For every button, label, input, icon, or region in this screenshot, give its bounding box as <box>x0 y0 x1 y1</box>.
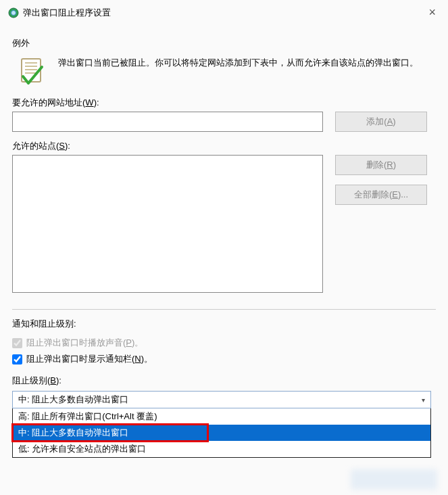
website-row: 添加(A) <box>12 112 436 132</box>
window-title: 弹出窗口阻止程序设置 <box>23 7 111 19</box>
side-buttons: 删除(R) 全部删除(E)... <box>335 155 427 205</box>
notify-bar-label: 阻止弹出窗口时显示通知栏(N)。 <box>26 353 153 365</box>
allowed-sites-label: 允许的站点(S): <box>12 140 436 152</box>
block-level-dropdown: 高: 阻止所有弹出窗口(Ctrl+Alt 覆盖) 中: 阻止大多数自动弹出窗口 … <box>12 408 431 458</box>
notify-bar-checkbox[interactable] <box>12 354 22 364</box>
remove-button[interactable]: 删除(R) <box>335 155 427 175</box>
close-icon[interactable]: × <box>424 5 440 20</box>
block-level-combo-wrap: 中: 阻止大多数自动弹出窗口 ▾ 高: 阻止所有弹出窗口(Ctrl+Alt 覆盖… <box>12 391 436 458</box>
titlebar-left: 弹出窗口阻止程序设置 <box>8 7 111 19</box>
sound-label: 阻止弹出窗口时播放声音(P)。 <box>26 337 143 349</box>
chevron-down-icon: ▾ <box>422 396 425 404</box>
remove-all-button[interactable]: 全部删除(E)... <box>335 185 427 205</box>
allowed-row: 删除(R) 全部删除(E)... <box>12 155 436 293</box>
notify-heading: 通知和阻止级别: <box>12 318 436 330</box>
notify-bar-checkbox-row[interactable]: 阻止弹出窗口时显示通知栏(N)。 <box>12 353 436 365</box>
website-input[interactable] <box>12 112 323 132</box>
blurred-region <box>351 469 437 490</box>
content: 例外 弹出窗口当前已被阻止。你可以将特定网站添加到下表中，从而允许来自该站点的弹… <box>0 25 448 465</box>
sound-checkbox-row[interactable]: 阻止弹出窗口时播放声音(P)。 <box>12 337 436 349</box>
dropdown-item-medium[interactable]: 中: 阻止大多数自动弹出窗口 <box>13 425 430 441</box>
dropdown-item-high[interactable]: 高: 阻止所有弹出窗口(Ctrl+Alt 覆盖) <box>13 408 430 425</box>
allowed-sites-listbox[interactable] <box>12 155 323 293</box>
block-level-label: 阻止级别(B): <box>12 375 436 387</box>
dropdown-item-low[interactable]: 低: 允许来自安全站点的弹出窗口 <box>13 441 430 457</box>
sound-checkbox[interactable] <box>12 338 22 348</box>
svg-point-1 <box>11 10 16 15</box>
block-level-combobox[interactable]: 中: 阻止大多数自动弹出窗口 ▾ <box>12 391 431 408</box>
info-row: 弹出窗口当前已被阻止。你可以将特定网站添加到下表中，从而允许来自该站点的弹出窗口… <box>18 56 436 86</box>
titlebar: 弹出窗口阻止程序设置 × <box>0 0 448 25</box>
website-label: 要允许的网站地址(W): <box>12 97 436 109</box>
document-check-icon <box>18 56 47 86</box>
divider <box>12 309 436 310</box>
exceptions-heading: 例外 <box>12 37 436 49</box>
app-icon <box>8 7 19 18</box>
combo-selected-text: 中: 阻止大多数自动弹出窗口 <box>18 394 128 406</box>
info-text: 弹出窗口当前已被阻止。你可以将特定网站添加到下表中，从而允许来自该站点的弹出窗口… <box>58 56 418 86</box>
add-button[interactable]: 添加(A) <box>335 112 427 132</box>
